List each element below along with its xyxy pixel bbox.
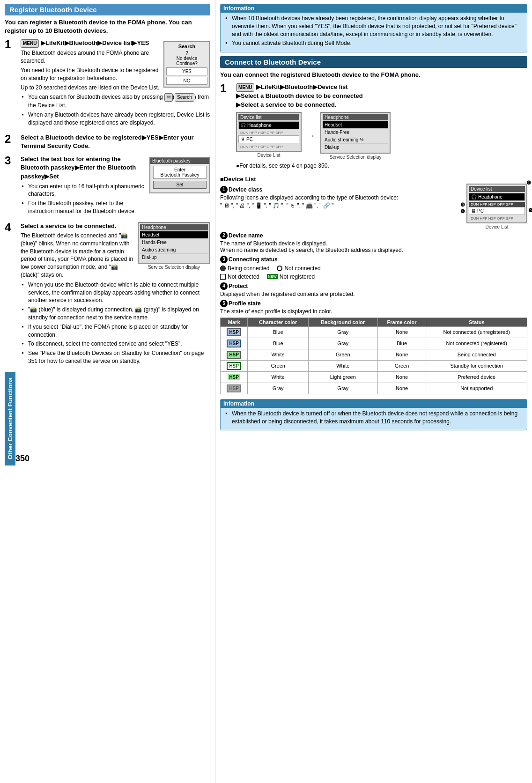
bottom-row: Other Convenient Functions 350 bbox=[5, 372, 210, 465]
headphone-screen: Headphone Headset Hands-Free Audio strea… bbox=[320, 112, 391, 154]
step-1-content: MENU ▶LifeKit▶Bluetooth▶Device list▶YES … bbox=[21, 39, 210, 128]
circle-5: 5 bbox=[220, 300, 228, 307]
profile-desc: The state of each profile is displayed i… bbox=[220, 308, 527, 315]
step-2-label: Select a Bluetooth device to be register… bbox=[21, 133, 210, 150]
device-name-label: 2Device name bbox=[220, 232, 527, 239]
pc-icon: 🖥 bbox=[241, 137, 245, 141]
circle-2: 2 bbox=[220, 232, 228, 239]
sidebar-label: Other Convenient Functions bbox=[5, 372, 15, 465]
connect-menu-key: MENU bbox=[236, 83, 254, 92]
status-not-detected: Not detected bbox=[220, 273, 259, 280]
circle-4: 4 bbox=[220, 282, 228, 290]
step-1-sub1: The Bluetooth devices around the FOMA ph… bbox=[21, 49, 160, 65]
hsp-badge: HSP bbox=[227, 373, 241, 381]
device-list-pc[interactable]: 🖥 PC bbox=[238, 135, 299, 143]
annotated-screen-label: Device List bbox=[466, 224, 527, 229]
service-item-headset[interactable]: Headset bbox=[140, 231, 208, 239]
mark-cell: HSP bbox=[221, 338, 248, 349]
bg-cell: Gray bbox=[308, 338, 377, 349]
circle-1: 1 bbox=[220, 186, 228, 193]
filled-circle-icon bbox=[220, 266, 226, 271]
annotated-headphone-row: 🎧 Headphone ❷ bbox=[469, 193, 525, 201]
char-cell: White bbox=[248, 349, 309, 360]
annotated-pc-row: 🖥 PC ❺ bbox=[469, 207, 525, 215]
headphone-item-dialup[interactable]: Dial-up bbox=[323, 144, 388, 151]
passkey-set-btn[interactable]: Set bbox=[153, 181, 207, 189]
step-1-number: 1 bbox=[5, 39, 18, 50]
step-4: 4 Select a service to be connected. The … bbox=[5, 222, 210, 367]
device-headphone-row: Device list 🎧 Headphone DUN HFP HSP OPP … bbox=[236, 112, 527, 160]
connect-step-1-label: MENU ▶LifeKit▶Bluetooth▶Device list▶Sele… bbox=[236, 83, 527, 109]
page-number: 350 bbox=[15, 452, 30, 465]
connecting-status-row: Being connected Not connected bbox=[220, 265, 527, 272]
headphone-icon: 🎧 bbox=[241, 123, 246, 127]
annotated-meta: DUN HFP HSP OPP SPP ❸ ❹ bbox=[469, 202, 525, 207]
service-screen-label: Service Selection display bbox=[138, 265, 210, 270]
service-item-audio[interactable]: Audio streaming bbox=[140, 246, 208, 254]
search-body: ? bbox=[166, 51, 207, 56]
service-title-bar: Headphone bbox=[140, 224, 208, 230]
circle-3: 3 bbox=[220, 256, 228, 263]
service-screen: Headphone Headset Hands-Free Audio strea… bbox=[138, 222, 210, 264]
annotated-titlebar: Device list bbox=[469, 186, 525, 192]
col-status: Status bbox=[426, 318, 527, 326]
table-row: HSP Green White Green Standby for connec… bbox=[221, 360, 527, 371]
new-badge-icon: NEW bbox=[267, 274, 278, 279]
left-column: Register Bluetooth Device You can regist… bbox=[0, 0, 215, 783]
yes-btn[interactable]: YES bbox=[166, 67, 207, 75]
annotated-device-list: ❶ Device list 🎧 Headphone ❷ DUN HFP HSP … bbox=[466, 184, 527, 229]
hsp-badge: HSP bbox=[227, 328, 241, 336]
headphone-screen-wrap: Headphone Headset Hands-Free Audio strea… bbox=[320, 112, 391, 160]
anno-4: ❹ bbox=[460, 208, 465, 214]
table-row: HSP White Green None Being connected bbox=[221, 349, 527, 360]
frame-cell: Blue bbox=[377, 338, 426, 349]
headphone-item-audio[interactable]: Audio streaming % bbox=[323, 136, 388, 144]
service-item-dialup[interactable]: Dial-up bbox=[140, 254, 208, 261]
search-no-device: No deviceContinue? bbox=[166, 56, 207, 66]
frame-cell: None bbox=[377, 371, 426, 383]
table-row: HSP Blue Gray Blue Not connected (regist… bbox=[221, 338, 527, 349]
status-not-connected: Not connected bbox=[277, 265, 320, 272]
headphone-item-handsfree[interactable]: Hands-Free bbox=[323, 129, 388, 136]
status-cell: Not supported bbox=[426, 383, 527, 394]
right-column: Information When 10 Bluetooth devices ha… bbox=[215, 0, 532, 783]
step-3-number: 3 bbox=[5, 155, 18, 166]
step-4-content: Select a service to be connected. The Bl… bbox=[21, 222, 210, 367]
step-3: 3 Select the text box for entering the B… bbox=[5, 155, 210, 217]
profile-label: 5Profile state bbox=[220, 300, 527, 307]
audio-pct: % bbox=[360, 137, 363, 142]
step4-note: ●For details, see step 4 on page 350. bbox=[236, 163, 527, 169]
device-class-row: 1Device class Following icons are displa… bbox=[220, 184, 527, 229]
search-label: Search bbox=[175, 93, 194, 102]
frame-cell: None bbox=[377, 383, 426, 394]
device-class-icons: " 🖥 ", " 🖨 ", " 📱 ", " 🎵 ", " 🖱 ", " 📠 "… bbox=[220, 202, 462, 209]
connect-step-1: 1 MENU ▶LifeKit▶Bluetooth▶Device list▶Se… bbox=[220, 83, 527, 170]
info-box-1: Information When 10 Bluetooth devices ha… bbox=[220, 4, 527, 52]
frame-cell: Green bbox=[377, 360, 426, 371]
headphone-screen-label: Service Selection display bbox=[320, 155, 391, 160]
bg-cell: Green bbox=[308, 349, 377, 360]
arrow-icon: → bbox=[306, 130, 316, 141]
info-box-2-header: Information bbox=[221, 399, 527, 408]
headphone-item-headset[interactable]: Headset bbox=[323, 121, 388, 129]
step-1-bullets: You can search for Bluetooth devices als… bbox=[22, 93, 210, 126]
step-3-bullet-1: You can enter up to 16 half-pitch alphan… bbox=[22, 183, 146, 199]
step-4-bullet-1: When you use the Bluetooth device which … bbox=[22, 281, 210, 304]
step-4-bullet-2: "📸 (blue)" is displayed during connectio… bbox=[22, 306, 210, 322]
info-2-bullet-1: When the Bluetooth device is turned off … bbox=[225, 410, 523, 426]
device-list-section-title: ■Device List bbox=[220, 176, 527, 183]
service-item-handsfree[interactable]: Hands-Free bbox=[140, 239, 208, 246]
protect-label: 4Protect bbox=[220, 282, 527, 290]
device-class-label: 1Device class bbox=[220, 186, 462, 193]
mark-cell: HSP bbox=[221, 349, 248, 360]
status-not-registered: NEW Not registered bbox=[267, 273, 315, 280]
frame-cell: None bbox=[377, 326, 426, 338]
device-class-text: 1Device class Following icons are displa… bbox=[220, 184, 462, 209]
step-2-content: Select a Bluetooth device to be register… bbox=[21, 133, 210, 150]
no-btn[interactable]: NO bbox=[166, 77, 207, 85]
status-cell: Standby for connection bbox=[426, 360, 527, 371]
annotated-headphone-icon: 🎧 bbox=[471, 194, 477, 199]
headphone-titlebar: Headphone bbox=[323, 114, 388, 120]
search-key-icon: ✉ bbox=[164, 93, 173, 102]
device-list-headphone[interactable]: 🎧 Headphone bbox=[238, 121, 299, 129]
